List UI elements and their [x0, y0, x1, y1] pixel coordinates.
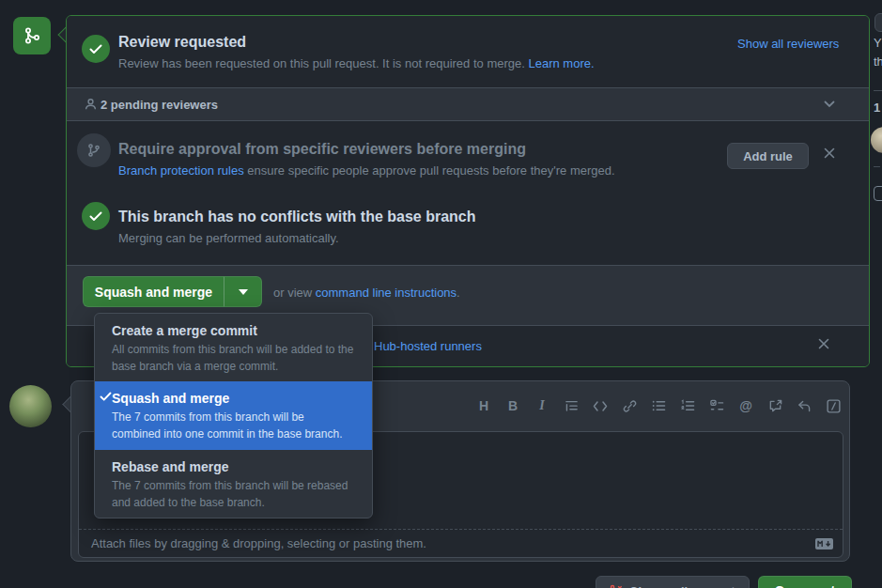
person-icon: [84, 97, 98, 112]
sidebar-fragment-text: th: [874, 54, 882, 69]
check-icon: [100, 392, 112, 402]
reply-icon[interactable]: [797, 398, 812, 413]
slash-command-icon[interactable]: [826, 398, 841, 413]
review-requested-title: Review requested: [118, 34, 246, 51]
cross-reference-icon[interactable]: [767, 398, 782, 413]
pr-merge-page: Review requested Review has been request…: [0, 0, 882, 588]
git-branch-icon: [77, 133, 111, 167]
pending-reviewers-label: 2 pending reviewers: [101, 98, 218, 112]
menu-item-description: The 7 commits from this branch will be c…: [112, 409, 354, 442]
code-icon[interactable]: [593, 398, 608, 413]
pr-closed-icon: [610, 584, 623, 588]
comment-button[interactable]: Comment: [758, 576, 852, 588]
menu-item-create-merge-commit[interactable]: Create a merge commit All commits from t…: [95, 314, 372, 381]
review-requested-description: Review has been requested on this pull r…: [118, 56, 595, 70]
hosted-runners-link[interactable]: Hub-hosted runners: [374, 339, 482, 353]
link-icon[interactable]: [622, 398, 637, 413]
attach-files-bar[interactable]: Attach files by dragging & dropping, sel…: [79, 529, 843, 557]
mention-icon[interactable]: @: [738, 398, 753, 413]
merge-split-button: Squash and merge: [83, 276, 262, 307]
branch-protection-rules-link[interactable]: Branch protection rules: [118, 163, 244, 178]
unordered-list-icon[interactable]: [651, 398, 666, 413]
review-requested-section: [67, 16, 869, 87]
squash-and-merge-button[interactable]: Squash and merge: [83, 276, 224, 307]
branch-protection-title: Require approval from specific reviewers…: [118, 141, 526, 158]
attach-files-hint: Attach files by dragging & dropping, sel…: [91, 536, 426, 550]
sidebar-count: 1: [874, 101, 880, 115]
git-merge-icon: [13, 17, 51, 54]
markdown-icon[interactable]: [815, 538, 833, 549]
bold-icon[interactable]: B: [505, 398, 520, 413]
show-all-reviewers-link[interactable]: Show all reviewers: [737, 37, 839, 51]
sidebar-icon: [874, 186, 882, 201]
menu-item-title: Create a merge commit: [112, 323, 357, 338]
command-line-instructions-link[interactable]: command line instructions: [316, 286, 456, 300]
menu-item-description: All commits from this branch will be add…: [112, 341, 354, 375]
menu-item-squash-and-merge[interactable]: Squash and merge The 7 commits from this…: [95, 381, 372, 450]
cli-instructions-text: or view command line instructions.: [273, 286, 460, 300]
sidebar-fragment-box: [874, 13, 882, 32]
menu-item-title: Squash and merge: [112, 391, 357, 406]
reviewer-avatar[interactable]: [871, 127, 882, 153]
task-list-icon[interactable]: [709, 398, 724, 413]
dismiss-banner-icon[interactable]: [818, 338, 829, 349]
conflicts-title: This branch has no conflicts with the ba…: [118, 209, 476, 225]
dismiss-protection-icon[interactable]: [824, 147, 835, 159]
close-pull-request-button[interactable]: Close pull request: [596, 576, 750, 588]
merge-options-caret-button[interactable]: [224, 276, 262, 307]
sidebar-fragment-text: Y: [874, 36, 882, 50]
menu-item-rebase-and-merge[interactable]: Rebase and merge The 7 commits from this…: [95, 450, 372, 518]
check-icon: [82, 202, 110, 230]
branch-protection-description: Branch protection rules ensure specific …: [118, 163, 615, 178]
italic-icon[interactable]: I: [534, 398, 549, 413]
sidebar-dash: [874, 166, 880, 167]
user-avatar[interactable]: [9, 385, 52, 427]
ordered-list-icon[interactable]: [680, 398, 695, 413]
markdown-toolbar: H B I @: [476, 398, 841, 413]
merge-options-dropdown: Create a merge commit All commits from t…: [94, 313, 373, 518]
check-icon: [82, 35, 110, 63]
conflicts-section: [67, 193, 869, 265]
menu-item-title: Rebase and merge: [112, 459, 357, 474]
menu-item-description: The 7 commits from this branch will be r…: [112, 477, 354, 511]
sidebar-divider: [874, 90, 882, 91]
learn-more-link[interactable]: Learn more.: [528, 56, 594, 70]
conflicts-description: Merging can be performed automatically.: [118, 231, 339, 245]
add-rule-button[interactable]: Add rule: [727, 143, 809, 169]
heading-icon[interactable]: H: [476, 398, 491, 413]
quote-icon[interactable]: [564, 398, 579, 413]
chevron-down-icon[interactable]: [824, 101, 835, 108]
